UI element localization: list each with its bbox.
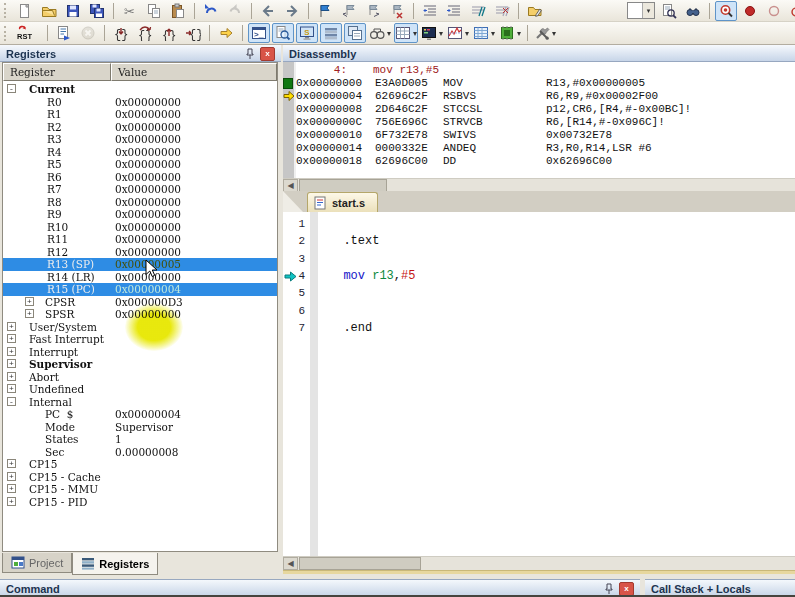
next-bookmark-button[interactable] bbox=[362, 1, 384, 21]
value-column-header[interactable]: Value bbox=[111, 63, 277, 81]
serial-windows-button[interactable]: ▾ bbox=[420, 23, 444, 43]
expand-icon[interactable]: + bbox=[7, 347, 16, 356]
scroll-left-icon[interactable]: ◀ bbox=[283, 557, 298, 570]
register-row-r2[interactable]: R20x00000000 bbox=[3, 121, 277, 134]
register-row-cp15-mmu[interactable]: +CP15 - MMU bbox=[3, 483, 277, 496]
register-row-r6[interactable]: R60x00000000 bbox=[3, 171, 277, 184]
run-to-cursor-button[interactable]: {} bbox=[182, 23, 204, 43]
tab-start-s[interactable]: start.s bbox=[307, 192, 378, 213]
registers-window-button[interactable] bbox=[320, 23, 342, 43]
registers-panel-titlebar[interactable]: Registers x bbox=[0, 45, 281, 62]
watch-windows-button[interactable]: ▾ bbox=[368, 23, 392, 43]
chevron-down-icon[interactable]: ▾ bbox=[387, 29, 391, 38]
register-row-r1[interactable]: R10x00000000 bbox=[3, 108, 277, 121]
cut-button[interactable]: ✂ bbox=[119, 1, 141, 21]
disassembly-row[interactable]: 0x00000000E3A0D005MOVR13,#0x00000005 bbox=[283, 77, 795, 90]
register-row-states[interactable]: States1 bbox=[3, 433, 277, 446]
disassembly-window-button[interactable] bbox=[272, 23, 294, 43]
collapse-icon[interactable]: - bbox=[7, 84, 16, 93]
expand-icon[interactable]: + bbox=[7, 472, 16, 481]
expand-icon[interactable]: + bbox=[7, 322, 16, 331]
save-button[interactable] bbox=[62, 1, 84, 21]
disassembly-row[interactable]: 0x000000106F732E78SWIVS0x00732E78 bbox=[283, 129, 795, 142]
register-row-supervisor[interactable]: +Supervisor bbox=[3, 358, 277, 371]
register-row-r8[interactable]: R80x00000000 bbox=[3, 196, 277, 209]
expand-icon[interactable]: + bbox=[7, 484, 16, 493]
quick-find-button[interactable] bbox=[715, 1, 737, 21]
reset-cpu-button[interactable]: RST bbox=[14, 23, 42, 43]
register-row-r10[interactable]: R100x00000000 bbox=[3, 221, 277, 234]
editor-line-5[interactable]: 5 bbox=[283, 285, 795, 302]
expand-icon[interactable]: + bbox=[25, 297, 34, 306]
disassembly-row[interactable]: 0x0000000C756E696CSTRVCBR6,[R14,#-0x096C… bbox=[283, 116, 795, 129]
register-row-user-system[interactable]: +User/System bbox=[3, 321, 277, 334]
collapse-icon[interactable]: - bbox=[7, 397, 16, 406]
register-row-undefined[interactable]: +Undefined bbox=[3, 383, 277, 396]
chevron-down-icon[interactable]: ▾ bbox=[413, 29, 417, 38]
previous-bookmark-button[interactable] bbox=[338, 1, 360, 21]
system-viewer-button[interactable]: ▾ bbox=[498, 23, 522, 43]
disable-all-breakpoints-button[interactable] bbox=[787, 1, 795, 21]
register-row-pc[interactable]: PC $0x00000004 bbox=[3, 408, 277, 421]
register-row-r12[interactable]: R120x00000000 bbox=[3, 246, 277, 259]
step-into-button[interactable]: {} bbox=[110, 23, 132, 43]
editor-hscrollbar[interactable]: ◀ bbox=[283, 556, 795, 570]
save-all-button[interactable] bbox=[86, 1, 108, 21]
show-next-statement-button[interactable] bbox=[215, 23, 237, 43]
register-row-mode[interactable]: ModeSupervisor bbox=[3, 421, 277, 434]
disassembly-view[interactable]: 4:mov r13,#50x00000000E3A0D005MOVR13,#0x… bbox=[283, 62, 795, 178]
editor-line-7[interactable]: 7 .end bbox=[283, 320, 795, 337]
chevron-down-icon[interactable]: ▾ bbox=[552, 29, 556, 38]
register-row-abort[interactable]: +Abort bbox=[3, 371, 277, 384]
register-row-current[interactable]: -Current bbox=[3, 83, 277, 96]
register-row-r13-sp[interactable]: R13 (SP)0x00000005 bbox=[3, 258, 277, 271]
toolbox-button[interactable]: ▾ bbox=[533, 23, 557, 43]
expand-icon[interactable]: + bbox=[7, 384, 16, 393]
trace-windows-button[interactable]: ▾ bbox=[472, 23, 496, 43]
chevron-down-icon[interactable]: ▾ bbox=[439, 29, 443, 38]
expand-icon[interactable]: + bbox=[25, 309, 34, 318]
enable-disable-breakpoint-button[interactable] bbox=[763, 1, 785, 21]
close-icon[interactable]: x bbox=[260, 47, 275, 61]
copy-button[interactable] bbox=[143, 1, 165, 21]
expand-icon[interactable]: + bbox=[7, 359, 16, 368]
register-row-sec[interactable]: Sec0.00000008 bbox=[3, 446, 277, 459]
chevron-down-icon[interactable]: ▾ bbox=[465, 29, 469, 38]
register-row-interrupt[interactable]: +Interrupt bbox=[3, 346, 277, 359]
navigate-back-button[interactable] bbox=[257, 1, 279, 21]
register-row-cpsr[interactable]: +CPSR0x000000D3 bbox=[3, 296, 277, 309]
toolbar-grip[interactable] bbox=[4, 26, 9, 41]
register-row-r9[interactable]: R90x00000000 bbox=[3, 208, 277, 221]
uncomment-button[interactable] bbox=[491, 1, 513, 21]
panel-tab-registers[interactable]: Registers bbox=[72, 553, 158, 575]
panel-tab-project[interactable]: Project bbox=[2, 553, 72, 573]
register-row-r4[interactable]: R40x00000000 bbox=[3, 146, 277, 159]
disassembly-row[interactable]: 0x0000000462696C2FRSBVSR6,R9,#0x00002F00 bbox=[283, 90, 795, 103]
editor-line-1[interactable]: 1 bbox=[283, 216, 795, 233]
disassembly-hscrollbar[interactable]: ◀ bbox=[283, 178, 795, 192]
register-row-r5[interactable]: R50x00000000 bbox=[3, 158, 277, 171]
editor-line-3[interactable]: 3 bbox=[283, 251, 795, 268]
configure-targets-button[interactable] bbox=[524, 1, 546, 21]
search-combo[interactable]: ▾ bbox=[627, 2, 655, 19]
expand-icon[interactable]: + bbox=[7, 459, 16, 468]
register-row-r7[interactable]: R70x00000000 bbox=[3, 183, 277, 196]
chevron-down-icon[interactable]: ▾ bbox=[491, 29, 495, 38]
register-row-spsr[interactable]: +SPSR0x00000000 bbox=[3, 308, 277, 321]
disassembly-row[interactable]: 0x0000001862696C00DD0x62696C00 bbox=[283, 155, 795, 168]
expand-icon[interactable]: + bbox=[7, 334, 16, 343]
register-row-cp15-cache[interactable]: +CP15 - Cache bbox=[3, 471, 277, 484]
source-editor[interactable]: 12 .text34 mov r13,#5567 .end bbox=[283, 212, 795, 556]
editor-line-2[interactable]: 2 .text bbox=[283, 233, 795, 250]
indent-button[interactable] bbox=[443, 1, 465, 21]
register-row-r14-lr[interactable]: R14 (LR)0x00000000 bbox=[3, 271, 277, 284]
chevron-down-icon[interactable]: ▾ bbox=[517, 29, 521, 38]
paste-button[interactable] bbox=[167, 1, 189, 21]
toggle-bookmark-button[interactable] bbox=[314, 1, 336, 21]
disassembly-panel-titlebar[interactable]: Disassembly bbox=[283, 45, 795, 62]
analysis-windows-button[interactable]: ▾ bbox=[446, 23, 470, 43]
pin-icon[interactable] bbox=[244, 48, 256, 60]
stop-button[interactable] bbox=[77, 23, 99, 43]
open-file-button[interactable] bbox=[38, 1, 60, 21]
call-stack-window-button[interactable] bbox=[344, 23, 366, 43]
